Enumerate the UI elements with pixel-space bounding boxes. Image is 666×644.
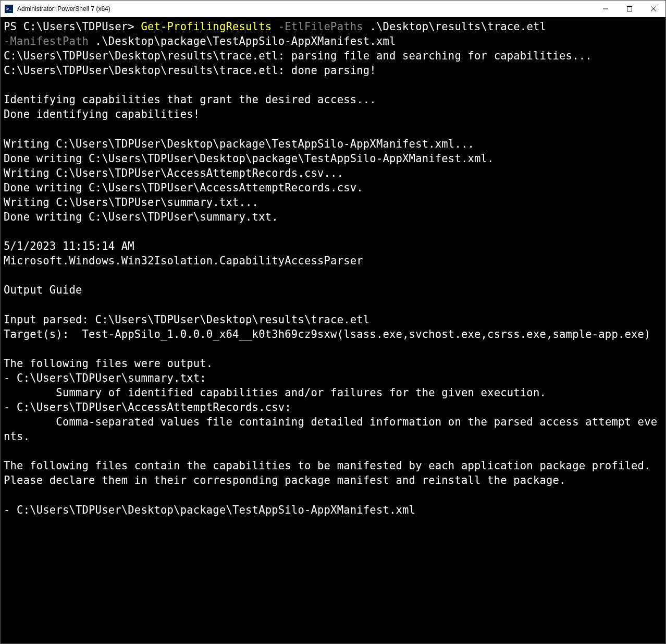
output-line: C:\Users\TDPUser\Desktop\results\trace.e… — [4, 50, 592, 62]
output-line: - C:\Users\TDPUser\Desktop\package\TestA… — [4, 504, 415, 516]
output-line: Writing C:\Users\TDPUser\summary.txt... — [4, 196, 258, 209]
terminal-output[interactable]: PS C:\Users\TDPUser> Get-ProfilingResult… — [1, 17, 665, 643]
output-line: Input parsed: C:\Users\TDPUser\Desktop\r… — [4, 313, 369, 326]
output-line: The following files contain the capabili… — [4, 459, 657, 487]
output-line: 5/1/2023 11:15:14 AM — [4, 240, 134, 252]
arg-etl: .\Desktop\results\trace.etl — [369, 20, 546, 33]
output-line: Done identifying capabilities! — [4, 108, 200, 120]
output-line: Output Guide — [4, 284, 82, 296]
output-line: Done writing C:\Users\TDPUser\Desktop\pa… — [4, 152, 494, 165]
output-line: Identifying capabilities that grant the … — [4, 93, 376, 106]
app-icon: >_ — [5, 5, 13, 13]
output-line: Comma-separated values file containing d… — [4, 416, 657, 443]
param-manifest: -ManifestPath — [4, 35, 95, 47]
powershell-window: >_ Administrator: PowerShell 7 (x64) PS … — [0, 0, 666, 644]
minimize-button[interactable] — [594, 1, 618, 17]
arg-manifest: .\Desktop\package\TestAppSilo-AppXManife… — [95, 35, 396, 47]
close-button[interactable] — [642, 1, 665, 17]
maximize-button[interactable] — [618, 1, 642, 17]
output-line: - C:\Users\TDPUser\AccessAttemptRecords.… — [4, 401, 291, 414]
output-line: - C:\Users\TDPUser\summary.txt: — [4, 372, 206, 384]
titlebar[interactable]: >_ Administrator: PowerShell 7 (x64) — [1, 1, 665, 17]
output-line: C:\Users\TDPUser\Desktop\results\trace.e… — [4, 64, 376, 77]
param-etl: -EtlFilePaths — [272, 20, 369, 33]
output-line: The following files were output. — [4, 357, 213, 370]
window-controls — [594, 1, 665, 17]
output-line: Summary of identified capabilities and/o… — [4, 386, 546, 399]
window-title: Administrator: PowerShell 7 (x64) — [17, 5, 594, 13]
prompt-prefix: PS C:\Users\TDPUser> — [4, 20, 141, 33]
output-line: Done writing C:\Users\TDPUser\summary.tx… — [4, 211, 278, 223]
output-line: Target(s): Test-AppSilo_1.0.0.0_x64__k0t… — [4, 328, 651, 341]
output-line: Microsoft.Windows.Win32Isolation.Capabil… — [4, 254, 363, 267]
svg-rect-1 — [627, 6, 632, 11]
output-line: Done writing C:\Users\TDPUser\AccessAtte… — [4, 181, 363, 194]
output-line: Writing C:\Users\TDPUser\AccessAttemptRe… — [4, 167, 343, 179]
output-line: Writing C:\Users\TDPUser\Desktop\package… — [4, 138, 474, 150]
cmdlet-name: Get-ProfilingResults — [141, 20, 272, 33]
